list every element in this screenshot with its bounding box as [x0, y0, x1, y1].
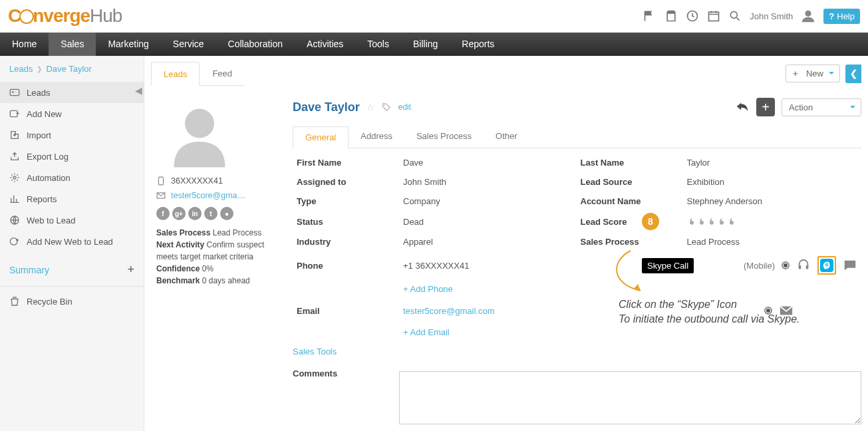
globe-icon [9, 215, 20, 225]
google-plus-icon[interactable]: g+ [172, 207, 186, 220]
value-phone: +1 36XXXXXX41 [403, 261, 469, 271]
value-account-name: Stephney Anderson [687, 196, 858, 206]
label-sales-process: Sales Process [581, 237, 680, 247]
sidebar-item-web-to-lead[interactable]: Web to Lead [0, 210, 144, 231]
value: 0% [202, 264, 214, 273]
nav-collaboration[interactable]: Collaboration [216, 33, 295, 56]
profile-email[interactable]: tester5core@gma… [171, 191, 245, 200]
star-icon[interactable]: ☆ [366, 102, 374, 112]
nav-tools[interactable]: Tools [355, 33, 401, 56]
id-card-icon [9, 87, 20, 98]
label-first-name: First Name [297, 158, 396, 168]
label-type: Type [297, 196, 396, 206]
svg-point-9 [10, 238, 17, 245]
svg-rect-14 [799, 265, 801, 269]
main-content: Leads Feed New ❮ 36XXXXXX41 tester5core@… [144, 56, 868, 431]
clipboard-icon[interactable] [664, 9, 678, 23]
panel-collapse-button[interactable]: ❮ [845, 65, 861, 83]
envelope-icon [156, 191, 166, 200]
headset-icon[interactable] [796, 258, 811, 273]
nav-marketing[interactable]: Marketing [96, 33, 160, 56]
detail-tab-sales-process[interactable]: Sales Process [404, 126, 484, 148]
facebook-icon[interactable]: f [156, 207, 170, 220]
edit-link[interactable]: edit [398, 102, 411, 112]
sales-tools-link[interactable]: Sales Tools [293, 347, 337, 357]
current-user[interactable]: John Smith [750, 11, 793, 21]
twitter-icon[interactable]: t [204, 207, 217, 220]
add-phone-link[interactable]: + Add Phone [403, 284, 453, 294]
comments-textarea[interactable] [399, 371, 861, 424]
label: Sales Process [156, 228, 210, 237]
sidebar-item-automation[interactable]: Automation [0, 167, 144, 188]
linkedin-icon[interactable]: in [188, 207, 202, 220]
search-icon[interactable] [728, 9, 742, 23]
label-comments: Comments [293, 368, 392, 378]
nav-billing[interactable]: Billing [401, 33, 450, 56]
flag-icon[interactable] [643, 9, 656, 23]
breadcrumb-leads[interactable]: Leads [9, 64, 33, 74]
sidebar-label: Reports [27, 194, 57, 204]
detail-tab-other[interactable]: Other [484, 126, 529, 148]
sidebar-label: Add New Web to Lead [27, 237, 113, 247]
sms-icon[interactable] [843, 258, 857, 273]
svg-point-2 [731, 11, 738, 18]
label: Confidence [156, 264, 200, 273]
tab-leads[interactable]: Leads [151, 62, 200, 86]
nav-activities[interactable]: Activities [295, 33, 355, 56]
label-status: Status [297, 217, 396, 227]
svg-point-13 [384, 104, 385, 106]
label-last-name: Last Name [581, 158, 680, 168]
nav-reports[interactable]: Reports [450, 33, 506, 56]
id-plus-icon [9, 108, 20, 119]
tab-feed[interactable]: Feed [200, 61, 245, 85]
value-last-name: Taylor [687, 158, 858, 168]
detail-panel: Dave Taylor ☆ edit + Action General Addr… [293, 98, 861, 424]
sidebar-item-add-new[interactable]: Add New [0, 103, 144, 124]
nav-home[interactable]: Home [0, 33, 49, 56]
value-assigned-to: John Smith [403, 177, 574, 187]
nav-service[interactable]: Service [161, 33, 216, 56]
sidebar-label: Recycle Bin [27, 297, 72, 307]
sidebar-collapse-icon[interactable]: ◀ [135, 85, 142, 96]
sidebar-label: Leads [27, 88, 50, 98]
profile-column: 36XXXXXX41 tester5core@gma… f g+ in t ● … [156, 98, 279, 424]
value-sales-process: Lead Process [687, 237, 858, 247]
user-avatar-icon[interactable] [801, 9, 815, 23]
add-email-link[interactable]: + Add Email [403, 327, 450, 337]
tag-icon[interactable] [381, 102, 392, 112]
sidebar-item-add-web-to-lead[interactable]: Add New Web to Lead [0, 231, 144, 252]
phone-primary-radio[interactable] [782, 261, 790, 269]
main-nav: Home Sales Marketing Service Collaborati… [0, 33, 868, 56]
flame-icon [687, 216, 696, 227]
detail-tab-general[interactable]: General [293, 126, 349, 148]
plus-icon[interactable]: + [127, 263, 134, 277]
sidebar-item-recycle-bin[interactable]: Recycle Bin [0, 291, 144, 312]
add-record-button[interactable]: + [756, 98, 775, 116]
svg-point-3 [805, 11, 811, 17]
calendar-icon[interactable] [707, 9, 720, 23]
label-lead-source: Lead Source [581, 177, 680, 187]
detail-tab-address[interactable]: Address [349, 126, 404, 148]
new-button[interactable]: New [786, 65, 840, 82]
sidebar-item-reports[interactable]: Reports [0, 188, 144, 210]
sidebar-item-leads[interactable]: Leads [0, 82, 144, 103]
sidebar-item-import[interactable]: Import [0, 124, 144, 146]
sidebar-summary[interactable]: Summary [9, 265, 49, 275]
nav-sales[interactable]: Sales [49, 33, 96, 56]
breadcrumb-record[interactable]: Dave Taylor [46, 64, 91, 74]
svg-rect-4 [10, 89, 19, 95]
action-dropdown[interactable]: Action [782, 98, 861, 116]
value-email-link[interactable]: tester5core@gmail.com [403, 306, 494, 316]
other-social-icon[interactable]: ● [220, 207, 233, 220]
label-lead-score: Lead Score [581, 217, 680, 227]
gear-icon [9, 172, 20, 183]
value: 0 days ahead [202, 276, 250, 285]
reply-icon[interactable] [735, 99, 750, 116]
brand-logo[interactable]: CnvergeHub [8, 5, 122, 27]
sidebar-item-export-log[interactable]: Export Log [0, 146, 144, 167]
sidebar-label: Export Log [27, 152, 69, 162]
skype-call-button[interactable] [817, 256, 836, 275]
help-button[interactable]: ?Help [823, 9, 860, 24]
clock-icon[interactable] [686, 9, 699, 23]
detail-tabs: General Address Sales Process Other [293, 126, 861, 148]
